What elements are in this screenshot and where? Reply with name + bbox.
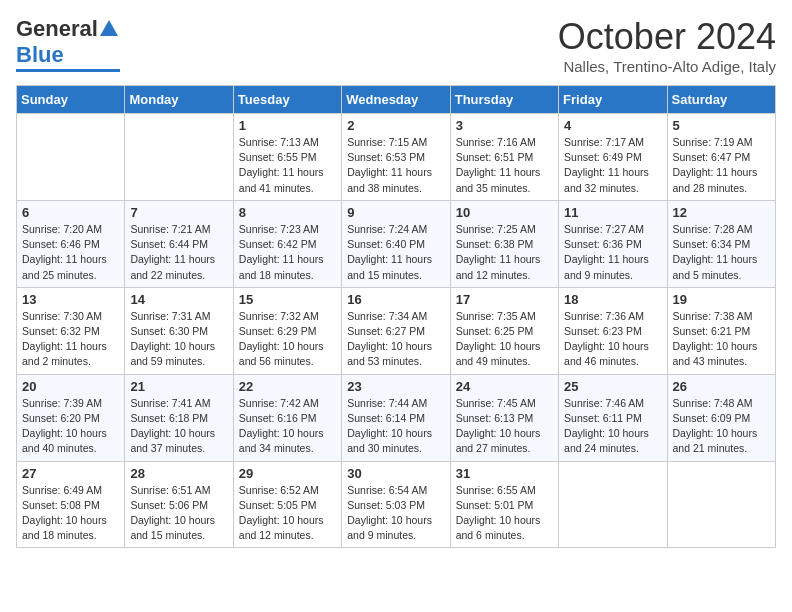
day-number: 24 — [456, 379, 553, 394]
calendar-cell: 23Sunrise: 7:44 AM Sunset: 6:14 PM Dayli… — [342, 374, 450, 461]
calendar-cell: 7Sunrise: 7:21 AM Sunset: 6:44 PM Daylig… — [125, 200, 233, 287]
calendar-cell: 17Sunrise: 7:35 AM Sunset: 6:25 PM Dayli… — [450, 287, 558, 374]
day-number: 1 — [239, 118, 336, 133]
header-day-monday: Monday — [125, 86, 233, 114]
day-info: Sunrise: 7:42 AM Sunset: 6:16 PM Dayligh… — [239, 396, 336, 457]
logo-blue: Blue — [16, 42, 64, 68]
header-day-friday: Friday — [559, 86, 667, 114]
header-day-thursday: Thursday — [450, 86, 558, 114]
calendar-cell: 26Sunrise: 7:48 AM Sunset: 6:09 PM Dayli… — [667, 374, 775, 461]
calendar-header: SundayMondayTuesdayWednesdayThursdayFrid… — [17, 86, 776, 114]
logo: General Blue — [16, 16, 120, 72]
day-info: Sunrise: 6:51 AM Sunset: 5:06 PM Dayligh… — [130, 483, 227, 544]
calendar-cell: 22Sunrise: 7:42 AM Sunset: 6:16 PM Dayli… — [233, 374, 341, 461]
month-title: October 2024 — [558, 16, 776, 58]
day-number: 6 — [22, 205, 119, 220]
calendar-cell: 8Sunrise: 7:23 AM Sunset: 6:42 PM Daylig… — [233, 200, 341, 287]
calendar-cell: 19Sunrise: 7:38 AM Sunset: 6:21 PM Dayli… — [667, 287, 775, 374]
calendar-cell: 30Sunrise: 6:54 AM Sunset: 5:03 PM Dayli… — [342, 461, 450, 548]
day-info: Sunrise: 7:31 AM Sunset: 6:30 PM Dayligh… — [130, 309, 227, 370]
header-day-saturday: Saturday — [667, 86, 775, 114]
day-number: 17 — [456, 292, 553, 307]
calendar-cell: 11Sunrise: 7:27 AM Sunset: 6:36 PM Dayli… — [559, 200, 667, 287]
day-info: Sunrise: 6:54 AM Sunset: 5:03 PM Dayligh… — [347, 483, 444, 544]
day-number: 19 — [673, 292, 770, 307]
calendar-cell: 5Sunrise: 7:19 AM Sunset: 6:47 PM Daylig… — [667, 114, 775, 201]
calendar-cell: 9Sunrise: 7:24 AM Sunset: 6:40 PM Daylig… — [342, 200, 450, 287]
day-number: 15 — [239, 292, 336, 307]
day-number: 9 — [347, 205, 444, 220]
calendar-cell: 18Sunrise: 7:36 AM Sunset: 6:23 PM Dayli… — [559, 287, 667, 374]
calendar-cell: 4Sunrise: 7:17 AM Sunset: 6:49 PM Daylig… — [559, 114, 667, 201]
day-info: Sunrise: 7:34 AM Sunset: 6:27 PM Dayligh… — [347, 309, 444, 370]
logo-triangle-icon — [98, 18, 120, 40]
logo-general: General — [16, 16, 98, 42]
header-day-sunday: Sunday — [17, 86, 125, 114]
svg-marker-0 — [100, 20, 118, 36]
page-header: General Blue October 2024 Nalles, Trenti… — [16, 16, 776, 75]
day-number: 20 — [22, 379, 119, 394]
calendar-week-row: 6Sunrise: 7:20 AM Sunset: 6:46 PM Daylig… — [17, 200, 776, 287]
day-number: 29 — [239, 466, 336, 481]
day-number: 11 — [564, 205, 661, 220]
location: Nalles, Trentino-Alto Adige, Italy — [558, 58, 776, 75]
day-number: 10 — [456, 205, 553, 220]
calendar-cell — [667, 461, 775, 548]
day-info: Sunrise: 7:21 AM Sunset: 6:44 PM Dayligh… — [130, 222, 227, 283]
day-number: 27 — [22, 466, 119, 481]
calendar-cell: 20Sunrise: 7:39 AM Sunset: 6:20 PM Dayli… — [17, 374, 125, 461]
calendar-week-row: 13Sunrise: 7:30 AM Sunset: 6:32 PM Dayli… — [17, 287, 776, 374]
day-info: Sunrise: 7:32 AM Sunset: 6:29 PM Dayligh… — [239, 309, 336, 370]
calendar-cell: 1Sunrise: 7:13 AM Sunset: 6:55 PM Daylig… — [233, 114, 341, 201]
day-info: Sunrise: 7:15 AM Sunset: 6:53 PM Dayligh… — [347, 135, 444, 196]
calendar-cell: 28Sunrise: 6:51 AM Sunset: 5:06 PM Dayli… — [125, 461, 233, 548]
day-number: 4 — [564, 118, 661, 133]
calendar-cell — [125, 114, 233, 201]
header-row: SundayMondayTuesdayWednesdayThursdayFrid… — [17, 86, 776, 114]
day-number: 31 — [456, 466, 553, 481]
day-info: Sunrise: 7:38 AM Sunset: 6:21 PM Dayligh… — [673, 309, 770, 370]
day-info: Sunrise: 7:30 AM Sunset: 6:32 PM Dayligh… — [22, 309, 119, 370]
day-info: Sunrise: 7:19 AM Sunset: 6:47 PM Dayligh… — [673, 135, 770, 196]
day-number: 22 — [239, 379, 336, 394]
calendar-cell: 10Sunrise: 7:25 AM Sunset: 6:38 PM Dayli… — [450, 200, 558, 287]
day-info: Sunrise: 7:24 AM Sunset: 6:40 PM Dayligh… — [347, 222, 444, 283]
calendar-cell: 3Sunrise: 7:16 AM Sunset: 6:51 PM Daylig… — [450, 114, 558, 201]
day-number: 21 — [130, 379, 227, 394]
day-info: Sunrise: 7:16 AM Sunset: 6:51 PM Dayligh… — [456, 135, 553, 196]
calendar-cell: 16Sunrise: 7:34 AM Sunset: 6:27 PM Dayli… — [342, 287, 450, 374]
calendar-cell: 13Sunrise: 7:30 AM Sunset: 6:32 PM Dayli… — [17, 287, 125, 374]
day-info: Sunrise: 7:45 AM Sunset: 6:13 PM Dayligh… — [456, 396, 553, 457]
calendar-cell: 14Sunrise: 7:31 AM Sunset: 6:30 PM Dayli… — [125, 287, 233, 374]
day-number: 14 — [130, 292, 227, 307]
day-info: Sunrise: 7:41 AM Sunset: 6:18 PM Dayligh… — [130, 396, 227, 457]
calendar-cell: 29Sunrise: 6:52 AM Sunset: 5:05 PM Dayli… — [233, 461, 341, 548]
day-info: Sunrise: 7:44 AM Sunset: 6:14 PM Dayligh… — [347, 396, 444, 457]
calendar-week-row: 20Sunrise: 7:39 AM Sunset: 6:20 PM Dayli… — [17, 374, 776, 461]
day-number: 7 — [130, 205, 227, 220]
calendar-cell: 24Sunrise: 7:45 AM Sunset: 6:13 PM Dayli… — [450, 374, 558, 461]
day-info: Sunrise: 7:48 AM Sunset: 6:09 PM Dayligh… — [673, 396, 770, 457]
day-info: Sunrise: 7:28 AM Sunset: 6:34 PM Dayligh… — [673, 222, 770, 283]
day-number: 26 — [673, 379, 770, 394]
calendar-cell: 31Sunrise: 6:55 AM Sunset: 5:01 PM Dayli… — [450, 461, 558, 548]
day-info: Sunrise: 7:13 AM Sunset: 6:55 PM Dayligh… — [239, 135, 336, 196]
title-block: October 2024 Nalles, Trentino-Alto Adige… — [558, 16, 776, 75]
day-number: 8 — [239, 205, 336, 220]
calendar-week-row: 27Sunrise: 6:49 AM Sunset: 5:08 PM Dayli… — [17, 461, 776, 548]
day-info: Sunrise: 7:23 AM Sunset: 6:42 PM Dayligh… — [239, 222, 336, 283]
day-number: 3 — [456, 118, 553, 133]
calendar-cell: 12Sunrise: 7:28 AM Sunset: 6:34 PM Dayli… — [667, 200, 775, 287]
calendar-cell: 27Sunrise: 6:49 AM Sunset: 5:08 PM Dayli… — [17, 461, 125, 548]
calendar-table: SundayMondayTuesdayWednesdayThursdayFrid… — [16, 85, 776, 548]
day-number: 13 — [22, 292, 119, 307]
day-info: Sunrise: 7:25 AM Sunset: 6:38 PM Dayligh… — [456, 222, 553, 283]
day-info: Sunrise: 7:20 AM Sunset: 6:46 PM Dayligh… — [22, 222, 119, 283]
day-info: Sunrise: 7:46 AM Sunset: 6:11 PM Dayligh… — [564, 396, 661, 457]
header-day-wednesday: Wednesday — [342, 86, 450, 114]
day-number: 25 — [564, 379, 661, 394]
header-day-tuesday: Tuesday — [233, 86, 341, 114]
calendar-cell: 25Sunrise: 7:46 AM Sunset: 6:11 PM Dayli… — [559, 374, 667, 461]
calendar-cell: 6Sunrise: 7:20 AM Sunset: 6:46 PM Daylig… — [17, 200, 125, 287]
day-number: 30 — [347, 466, 444, 481]
